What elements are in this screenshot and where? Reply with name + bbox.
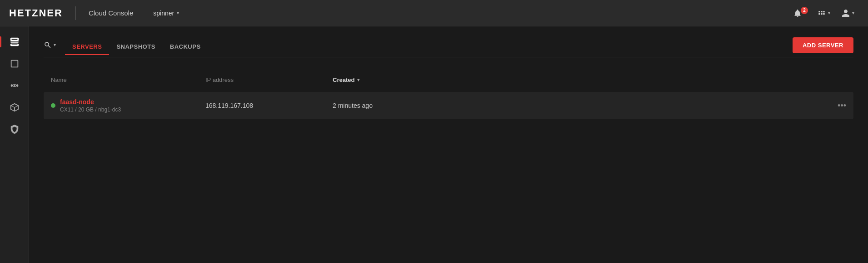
app-name: Cloud Console — [89, 9, 133, 17]
layout: ▾ SERVERS SNAPSHOTS BACKUPS ADD SERVER N… — [0, 26, 868, 263]
add-server-button[interactable]: ADD SERVER — [793, 37, 853, 53]
grid-chevron-icon: ▾ — [828, 10, 830, 15]
sidebar-item-firewalls[interactable] — [4, 119, 25, 139]
user-chevron-icon: ▾ — [852, 10, 854, 15]
sidebar-item-servers[interactable] — [4, 32, 25, 52]
col-header-name: Name — [51, 76, 205, 83]
apps-button[interactable]: ▾ — [813, 6, 835, 20]
tab-servers[interactable]: SERVERS — [65, 40, 109, 55]
search-button[interactable]: ▾ — [44, 41, 61, 54]
volumes-icon — [10, 59, 20, 69]
project-name: spinner — [153, 10, 174, 17]
tabs-bar: ▾ SERVERS SNAPSHOTS BACKUPS ADD SERVER — [44, 37, 853, 57]
loadbalancer-icon — [10, 102, 20, 112]
search-chevron-icon: ▾ — [54, 42, 56, 47]
grid-icon — [817, 9, 826, 18]
col-header-created[interactable]: Created ▾ — [333, 76, 819, 83]
sidebar-item-volumes[interactable] — [4, 54, 25, 74]
user-icon — [841, 9, 850, 18]
notifications-button[interactable]: 2 ▾ — [788, 6, 811, 20]
tab-snapshots[interactable]: SNAPSHOTS — [109, 40, 162, 55]
server-meta: CX11 / 20 GB / nbg1-dc3 — [60, 106, 121, 113]
project-selector[interactable]: spinner ▾ — [150, 8, 183, 19]
server-created: 2 minutes ago — [333, 102, 819, 109]
topnav: HETZNER Cloud Console spinner ▾ 2 ▾ ▾ — [0, 0, 868, 26]
user-menu-button[interactable]: ▾ — [837, 6, 859, 20]
logo-area: HETZNER Cloud Console spinner ▾ — [9, 6, 183, 20]
sidebar-item-networks[interactable] — [4, 76, 25, 96]
main-content: ▾ SERVERS SNAPSHOTS BACKUPS ADD SERVER N… — [29, 26, 868, 263]
status-dot — [51, 103, 55, 108]
col-header-ip: IP address — [205, 76, 333, 83]
sort-icon: ▾ — [357, 77, 359, 82]
table-row[interactable]: faasd-node CX11 / 20 GB / nbg1-dc3 168.1… — [44, 92, 853, 119]
tabs-right: ADD SERVER — [793, 37, 853, 57]
tab-backups[interactable]: BACKUPS — [163, 40, 208, 55]
server-name-cell: faasd-node CX11 / 20 GB / nbg1-dc3 — [51, 98, 205, 113]
networks-icon — [10, 81, 20, 91]
row-actions-button[interactable]: ••• — [819, 101, 846, 111]
server-table: Name IP address Created ▾ faasd-node CX1… — [44, 72, 853, 119]
project-chevron-icon: ▾ — [177, 10, 179, 15]
logo: HETZNER — [9, 7, 63, 19]
server-ip: 168.119.167.108 — [205, 102, 333, 109]
search-icon — [44, 41, 52, 49]
server-info: faasd-node CX11 / 20 GB / nbg1-dc3 — [60, 98, 121, 113]
sidebar-item-loadbalancers[interactable] — [4, 97, 25, 117]
server-name: faasd-node — [60, 98, 121, 106]
topnav-right: 2 ▾ ▾ ▾ — [788, 6, 859, 20]
firewall-icon — [10, 124, 20, 134]
servers-icon — [10, 37, 20, 47]
sidebar — [0, 26, 29, 263]
table-header: Name IP address Created ▾ — [44, 72, 853, 88]
nav-divider — [75, 6, 76, 20]
notification-badge: 2 — [801, 7, 808, 14]
